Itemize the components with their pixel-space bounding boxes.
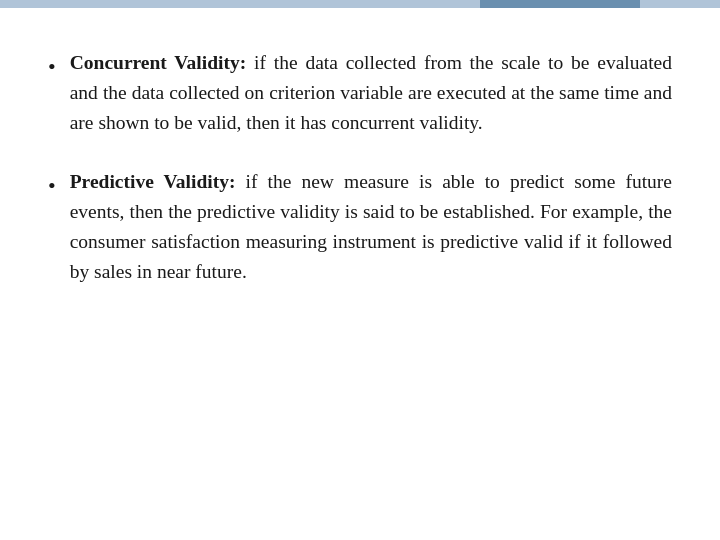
list-item: • Predictive Validity: if the new measur…: [48, 167, 672, 288]
top-bar-accent: [480, 0, 640, 8]
bullet-text-concurrent: Concurrent Validity: if the data collect…: [70, 48, 672, 139]
content-area: • Concurrent Validity: if the data colle…: [0, 8, 720, 540]
list-item: • Concurrent Validity: if the data colle…: [48, 48, 672, 139]
top-bar: [0, 0, 720, 8]
bullet-text-predictive: Predictive Validity: if the new measure …: [70, 167, 672, 288]
bullet-dot: •: [48, 169, 56, 203]
bullet-list: • Concurrent Validity: if the data colle…: [48, 48, 672, 316]
bullet-dot: •: [48, 50, 56, 84]
